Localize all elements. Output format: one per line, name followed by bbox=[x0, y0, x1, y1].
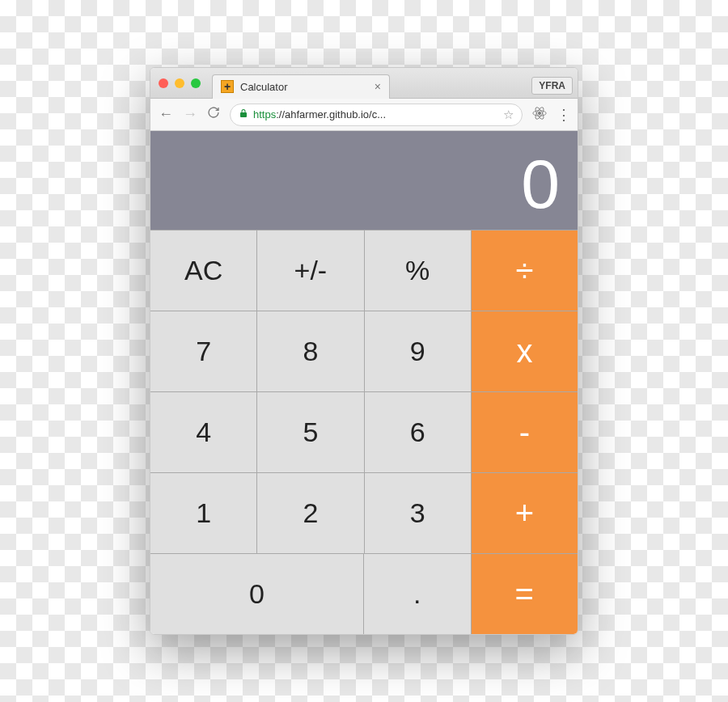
multiply-button[interactable]: x bbox=[472, 311, 578, 391]
digit-9-button[interactable]: 9 bbox=[365, 311, 472, 391]
svg-point-0 bbox=[538, 112, 540, 114]
window-controls bbox=[159, 78, 201, 88]
tab-title: Calculator bbox=[240, 81, 368, 93]
close-window-button[interactable] bbox=[159, 78, 168, 88]
subtract-button[interactable]: - bbox=[472, 391, 578, 472]
back-button[interactable]: ← bbox=[159, 106, 173, 123]
browser-toolbar: ← → https://ahfarmer.github.io/c... ☆ ⋮ bbox=[150, 99, 578, 131]
equals-button[interactable]: = bbox=[472, 553, 578, 634]
digit-4-button[interactable]: 4 bbox=[150, 391, 257, 472]
decimal-button[interactable]: . bbox=[364, 553, 472, 634]
forward-button[interactable]: → bbox=[183, 106, 197, 123]
digit-8-button[interactable]: 8 bbox=[257, 311, 364, 391]
digit-2-button[interactable]: 2 bbox=[257, 472, 364, 553]
digit-3-button[interactable]: 3 bbox=[365, 472, 472, 553]
digit-6-button[interactable]: 6 bbox=[365, 391, 472, 472]
digit-1-button[interactable]: 1 bbox=[150, 472, 257, 553]
digit-7-button[interactable]: 7 bbox=[150, 311, 257, 391]
digit-5-button[interactable]: 5 bbox=[257, 391, 364, 472]
maximize-window-button[interactable] bbox=[191, 78, 201, 88]
url-text: https://ahfarmer.github.io/c... bbox=[253, 108, 498, 121]
lock-icon bbox=[239, 108, 248, 121]
browser-tab[interactable]: + Calculator × bbox=[212, 74, 390, 99]
calculator-display: 0 bbox=[150, 131, 578, 230]
bookmark-star-button[interactable]: ☆ bbox=[503, 108, 514, 122]
digit-0-button[interactable]: 0 bbox=[150, 553, 364, 634]
percent-button[interactable]: % bbox=[365, 230, 472, 311]
reload-button[interactable] bbox=[207, 106, 220, 123]
negate-button[interactable]: +/- bbox=[257, 230, 364, 311]
minimize-window-button[interactable] bbox=[175, 78, 184, 88]
browser-window: + Calculator × YFRA ← → https://ahfarmer… bbox=[150, 67, 578, 635]
tab-bar: + Calculator × YFRA bbox=[150, 68, 578, 99]
divide-button[interactable]: ÷ bbox=[472, 230, 578, 311]
react-devtools-icon[interactable] bbox=[532, 106, 547, 124]
browser-menu-button[interactable]: ⋮ bbox=[557, 106, 569, 124]
close-tab-button[interactable]: × bbox=[375, 80, 381, 93]
extension-badge[interactable]: YFRA bbox=[531, 77, 573, 95]
address-bar[interactable]: https://ahfarmer.github.io/c... ☆ bbox=[230, 104, 523, 126]
calculator-keypad: AC+/-%÷789x456-123+0.= bbox=[150, 230, 578, 634]
add-button[interactable]: + bbox=[472, 472, 578, 553]
clear-button[interactable]: AC bbox=[150, 230, 257, 311]
favicon-icon: + bbox=[221, 80, 234, 93]
